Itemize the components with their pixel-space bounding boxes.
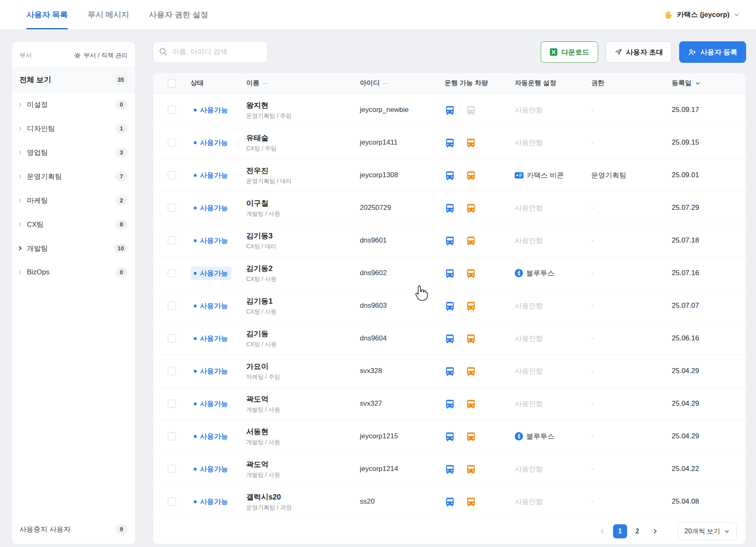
table-row[interactable]: 사용가능 곽도억 개발팀 / 사원 svx327 (153, 388, 746, 420)
user-dept-title: 개발팀 / 사원 (246, 439, 360, 446)
divider (460, 433, 461, 440)
user-name: 이구칠 (246, 198, 360, 208)
row-checkbox[interactable] (168, 432, 176, 440)
sort-icon[interactable] (263, 83, 267, 84)
register-user-button[interactable]: 사용자 등록 (679, 41, 746, 63)
row-checkbox[interactable] (168, 171, 176, 179)
autodrive-cell: 사용안함 (515, 399, 591, 409)
sidebar-department-item[interactable]: 운영기획팀 7 (12, 164, 135, 188)
col-header-date[interactable]: 등록일 (672, 79, 746, 88)
table-row[interactable]: 사용가능 김기동2 CX팀 / 사원 dns9602 (153, 257, 746, 290)
status-badge: 사용가능 (190, 103, 231, 117)
table-row[interactable]: 사용가능 김기동3 CX팀 / 대리 dns9601 (153, 224, 746, 257)
personal-car-icon (445, 431, 455, 442)
sidebar-department-item[interactable]: 개발팀 10 (12, 236, 135, 260)
row-checkbox[interactable] (168, 269, 176, 277)
row-checkbox[interactable] (168, 334, 176, 342)
col-header-autodrive: 자동운행 설정 (515, 79, 591, 88)
person-plus-icon (688, 48, 697, 57)
status-dot-icon (194, 207, 197, 209)
autodrive-setting: 사용안함 (515, 497, 543, 507)
page-size-select[interactable]: 20개씩 보기 (678, 522, 737, 540)
table-row[interactable]: 사용가능 가요이 마케팅 / 주임 svx328 (153, 355, 746, 388)
divider (460, 172, 461, 178)
status-badge: 사용가능 (190, 136, 231, 150)
page-number-button[interactable]: 2 (630, 524, 644, 538)
row-checkbox[interactable] (168, 497, 176, 506)
top-tab[interactable]: 사용자 목록 (26, 0, 68, 29)
autodrive-setting: 사용안함 (515, 138, 543, 147)
permission-value: - (591, 400, 672, 408)
department-count: 0 (115, 267, 128, 277)
sidebar-department-item[interactable]: 디자인팀 1 (12, 117, 135, 140)
status-dot-icon (194, 304, 197, 307)
table-row[interactable]: 사용가능 김기동 CX팀 / 사원 dns9604 (153, 322, 746, 355)
registered-date: 25.07.18 (672, 236, 746, 245)
department-count: 3 (115, 147, 128, 157)
chevron-right-icon (18, 102, 23, 107)
page-number-button[interactable]: 1 (613, 524, 627, 538)
top-navigation: 사용자 목록 푸시 메시지 사용자 권한 설정 카택스 (jeycorp) (0, 0, 756, 30)
registered-date: 25.04.08 (672, 497, 746, 506)
workspace-selector[interactable]: 카택스 (jeycorp) (663, 0, 739, 29)
sort-icon[interactable] (383, 83, 388, 84)
status-badge: 사용가능 (190, 462, 231, 476)
personal-car-icon (445, 464, 455, 474)
status-dot-icon (194, 370, 197, 373)
sidebar-department-item[interactable]: BizOps 0 (12, 260, 135, 284)
sidebar-department-item[interactable]: 마케팅 2 (12, 188, 135, 212)
invite-user-button[interactable]: 사용자 초대 (606, 41, 672, 63)
download-button[interactable]: 다운로드 (541, 41, 598, 63)
user-dept-title: 개발팀 / 사원 (246, 471, 360, 479)
registered-date: 25.04.29 (672, 367, 746, 375)
col-header-name[interactable]: 이름 (246, 79, 360, 88)
personal-car-icon (445, 398, 455, 409)
select-all-checkbox[interactable] (168, 79, 176, 88)
table-row[interactable]: 사용가능 김기동1 CX팀 / 사원 dns9603 (153, 290, 746, 322)
autodrive-setting: 사용안함 (515, 236, 543, 245)
top-tab[interactable]: 사용자 권한 설정 (149, 0, 209, 29)
table-row[interactable]: 사용가능 유태술 CX팀 / 주임 jeycorp1411 (153, 126, 746, 159)
row-checkbox[interactable] (168, 138, 176, 147)
personal-car-icon (445, 496, 455, 507)
row-checkbox[interactable] (168, 465, 176, 473)
user-name: 왕지현 (246, 100, 360, 110)
table-row[interactable]: 사용가능 갤럭시s20 운영기획팀 / 과장 ss20 (153, 485, 746, 518)
autodrive-cell: 블루투스 (515, 269, 591, 278)
table-row[interactable]: 사용가능 전우진 운영기획팀 / 대리 jeycorp1308 (153, 159, 746, 192)
sidebar-item-suspended-users[interactable]: 사용중지 사용자 9 (12, 514, 135, 544)
table-row[interactable]: 사용가능 이구칠 개발팀 / 사원 20250729 (153, 192, 746, 224)
search-icon (159, 47, 168, 58)
user-id: dns9601 (360, 236, 445, 245)
sidebar-department-item[interactable]: CX팀 8 (12, 212, 135, 236)
row-checkbox[interactable] (168, 204, 176, 212)
dept-manage-link[interactable]: 부서 / 직책 관리 (74, 52, 128, 59)
department-name: 개발팀 (27, 244, 109, 253)
sidebar-department-item[interactable]: 미설정 0 (12, 93, 135, 117)
search-input[interactable] (153, 41, 268, 63)
sort-desc-icon[interactable] (695, 81, 701, 86)
permission-value: - (591, 497, 672, 506)
table-row[interactable]: 사용가능 곽도억 개발팀 / 사원 jeycorp1214 (153, 453, 746, 485)
col-header-id[interactable]: 아이디 (360, 79, 445, 88)
autodrive-setting: 사용안함 (515, 301, 543, 311)
user-dept-title: CX팀 / 사원 (246, 276, 360, 283)
personal-car-icon (445, 300, 455, 311)
sidebar-department-item[interactable]: 영업팀 3 (12, 140, 135, 164)
prev-page-button[interactable] (596, 525, 609, 538)
table-row[interactable]: 사용가능 왕지현 운영기획팀 / 주임 jeycorp_newbie (153, 94, 746, 126)
sidebar-item-all[interactable]: 전체 보기 35 (12, 67, 135, 93)
autodrive-cell: 블루투스 (515, 432, 591, 441)
department-count: 0 (115, 100, 128, 109)
row-checkbox[interactable] (168, 302, 176, 310)
status-label: 사용가능 (200, 399, 228, 409)
table-row[interactable]: 사용가능 서동현 개발팀 / 사원 jeycorp1215 (153, 420, 746, 453)
row-checkbox[interactable] (168, 367, 176, 375)
row-checkbox[interactable] (168, 400, 176, 408)
row-checkbox[interactable] (168, 236, 176, 245)
permission-value: - (591, 236, 672, 245)
next-page-button[interactable] (649, 525, 662, 538)
user-dept-title: 운영기획팀 / 주임 (246, 112, 360, 120)
top-tab[interactable]: 푸시 메시지 (88, 0, 129, 29)
row-checkbox[interactable] (168, 106, 176, 114)
